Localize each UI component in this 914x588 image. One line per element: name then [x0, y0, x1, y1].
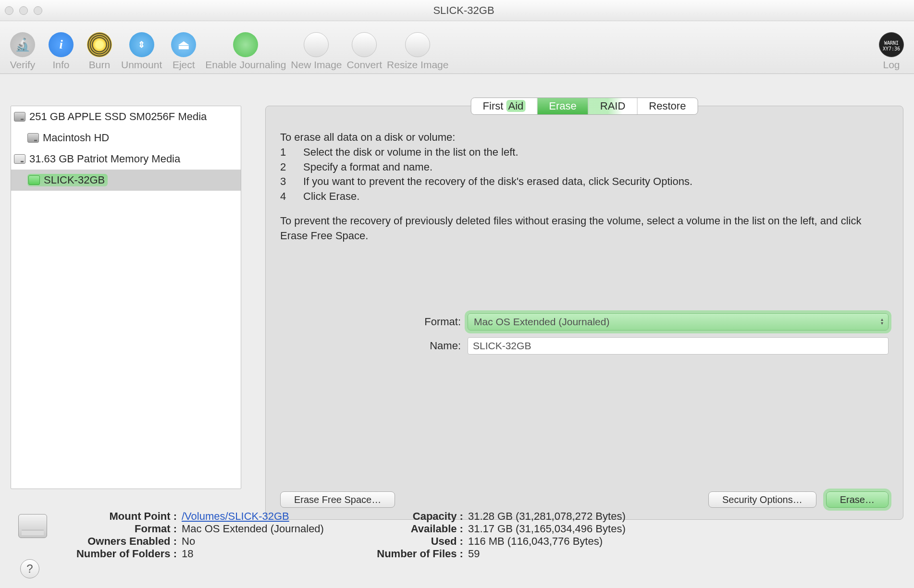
tab-first-aid[interactable]: First Aid	[471, 98, 538, 114]
security-options-button[interactable]: Security Options…	[708, 491, 816, 508]
erase-button[interactable]: Erase…	[826, 491, 889, 508]
volume-item-label: Macintosh HD	[43, 132, 109, 144]
info-label: Info	[52, 59, 69, 71]
microscope-icon: 🔬	[10, 32, 35, 57]
content-panel: First Aid Erase RAID Restore First Aid T…	[265, 106, 903, 520]
erase-free-space-button[interactable]: Erase Free Space…	[280, 491, 395, 508]
eject-label: Eject	[173, 59, 195, 71]
external-volume-icon	[28, 175, 40, 185]
unmount-icon: ⇕	[129, 32, 154, 57]
zoom-window-button[interactable]	[34, 6, 42, 15]
help-icon: ?	[26, 562, 33, 576]
log-button[interactable]: WARNIXY7:36 Log	[875, 32, 908, 71]
new-image-icon	[304, 32, 329, 57]
journal-label: Enable Journaling	[205, 59, 286, 71]
resize-label: Resize Image	[387, 59, 448, 71]
highlight: Aid	[506, 100, 526, 112]
titlebar: SLICK-32GB	[0, 0, 914, 21]
erase-form: Format: Mac OS Extended (Journaled) Name…	[391, 310, 889, 358]
journal-icon	[233, 32, 258, 57]
disk-list: 251 GB APPLE SSD SM0256F Media Macintosh…	[11, 106, 241, 489]
toolbar: 🔬 Verify i Info Burn ⇕ Unmount ⏏ Eject E…	[0, 21, 914, 74]
tab-raid[interactable]: RAID	[589, 98, 638, 114]
burn-button[interactable]: Burn	[83, 32, 116, 71]
tab-restore[interactable]: Restore	[637, 98, 697, 114]
new-image-button[interactable]: New Image	[291, 32, 342, 71]
disk-item-patriot[interactable]: 31.63 GB Patriot Memory Media	[11, 148, 241, 170]
close-window-button[interactable]	[5, 6, 13, 15]
volume-summary: Mount Point : /Volumes/SLICK-32GB Format…	[18, 510, 903, 577]
volume-summary-icon	[18, 514, 47, 538]
eject-icon: ⏏	[171, 32, 196, 57]
new-image-label: New Image	[291, 59, 342, 71]
volume-item-macintosh-hd[interactable]: Macintosh HD	[11, 127, 241, 148]
tab-erase[interactable]: Erase	[537, 98, 588, 114]
volume-item-slick-32gb[interactable]: SLICK-32GB	[11, 170, 241, 191]
name-input[interactable]	[468, 337, 889, 355]
tab-label: Restore	[649, 100, 686, 112]
volume-item-label: SLICK-32GB	[44, 174, 105, 186]
internal-volume-icon	[27, 133, 39, 143]
instructions: To erase all data on a disk or volume: 1…	[280, 130, 889, 244]
window-title: SLICK-32GB	[42, 4, 885, 17]
unmount-button[interactable]: ⇕ Unmount	[121, 32, 162, 71]
enable-journaling-button[interactable]: Enable Journaling	[205, 32, 286, 71]
resize-icon	[405, 32, 430, 57]
info-button[interactable]: i Info	[44, 32, 78, 71]
instruction-paragraph: To prevent the recovery of previously de…	[280, 214, 889, 244]
external-disk-icon	[14, 154, 25, 164]
info-icon: i	[49, 32, 74, 57]
format-select[interactable]: Mac OS Extended (Journaled)	[468, 313, 889, 331]
verify-label: Verify	[10, 59, 36, 71]
resize-image-button[interactable]: Resize Image	[387, 32, 448, 71]
convert-button[interactable]: Convert	[347, 32, 383, 71]
convert-label: Convert	[347, 59, 383, 71]
disk-item-apple-ssd[interactable]: 251 GB APPLE SSD SM0256F Media	[11, 106, 241, 127]
mount-point-link[interactable]: /Volumes/SLICK-32GB	[182, 510, 289, 522]
intro-text: To erase all data on a disk or volume:	[280, 130, 889, 145]
internal-disk-icon	[14, 112, 25, 122]
burn-icon	[87, 32, 112, 57]
main-area: 251 GB APPLE SSD SM0256F Media Macintosh…	[0, 76, 914, 588]
help-button[interactable]: ?	[20, 559, 39, 578]
tab-label: RAID	[600, 100, 626, 112]
eject-button[interactable]: ⏏ Eject	[167, 32, 200, 71]
name-label: Name:	[391, 340, 468, 352]
summary-col-left: Mount Point : /Volumes/SLICK-32GB Format…	[66, 510, 324, 577]
tab-label: Erase	[549, 100, 576, 112]
disk-item-label: 31.63 GB Patriot Memory Media	[29, 153, 180, 165]
unmount-label: Unmount	[121, 59, 162, 71]
log-icon: WARNIXY7:36	[879, 32, 904, 57]
burn-label: Burn	[89, 59, 110, 71]
minimize-window-button[interactable]	[19, 6, 28, 15]
log-label: Log	[883, 59, 900, 71]
verify-button[interactable]: 🔬 Verify	[6, 32, 39, 71]
convert-icon	[352, 32, 377, 57]
format-value: Mac OS Extended (Journaled)	[474, 316, 609, 328]
window-controls	[5, 6, 42, 15]
disk-item-label: 251 GB APPLE SSD SM0256F Media	[29, 110, 207, 123]
disk-utility-window: SLICK-32GB 🔬 Verify i Info Burn ⇕ Unmoun…	[0, 0, 914, 588]
panel-buttons: Erase Free Space… Security Options… Eras…	[280, 491, 889, 508]
tab-bar: First Aid Erase RAID Restore	[471, 98, 698, 115]
summary-col-right: Capacity : 31.28 GB (31,281,078,272 Byte…	[353, 510, 626, 577]
format-label: Format:	[391, 316, 468, 328]
